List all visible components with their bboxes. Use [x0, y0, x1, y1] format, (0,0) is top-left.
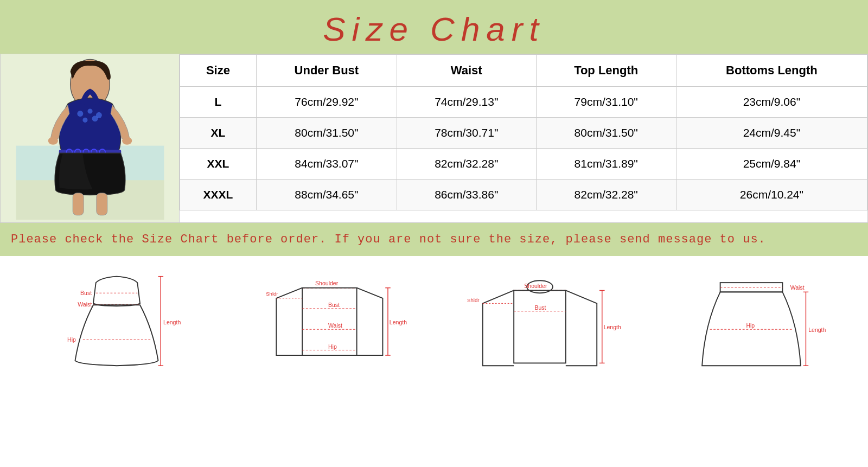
svg-text:Length: Length	[604, 324, 621, 330]
svg-text:Shoulder: Shoulder	[524, 283, 547, 289]
table-cell: 23cm/9.06"	[676, 87, 867, 118]
svg-text:Length: Length	[808, 327, 826, 333]
table-cell: 80cm/31.50"	[256, 118, 397, 149]
col-top-length: Top Length	[536, 55, 676, 87]
svg-text:Hip: Hip	[746, 322, 755, 329]
table-cell: XXXL	[180, 180, 257, 210]
svg-rect-46	[514, 290, 566, 363]
table-cell: 25cm/9.84"	[676, 149, 867, 180]
col-bottoms-length: Bottoms Length	[676, 55, 867, 87]
table-row: L76cm/29.92"74cm/29.13"79cm/31.10"23cm/9…	[180, 87, 867, 118]
size-chart-section: Size Under Bust Waist Top Length Bottoms…	[0, 54, 868, 223]
diagram-skirt: Waist Hip Length	[659, 272, 844, 392]
table-header-row: Size Under Bust Waist Top Length Bottoms…	[180, 55, 867, 87]
svg-text:Shoulder: Shoulder	[315, 280, 339, 286]
longsleeve-diagram-svg: Shoulder Shldr Bust Waist Hip Length	[247, 272, 410, 392]
svg-text:Waist: Waist	[78, 301, 92, 308]
svg-text:Hip: Hip	[328, 343, 337, 350]
svg-point-17	[122, 137, 132, 145]
svg-point-6	[82, 118, 87, 123]
svg-text:Bust: Bust	[534, 304, 546, 311]
swimsuit-illustration	[9, 57, 171, 220]
svg-rect-15	[96, 193, 107, 215]
svg-text:Shldr: Shldr	[467, 297, 480, 303]
col-under-bust: Under Bust	[256, 55, 397, 87]
skirt-diagram-svg: Waist Hip Length	[670, 272, 833, 392]
table-cell: 84cm/33.07"	[256, 149, 397, 180]
table-row: XXXL88cm/34.65"86cm/33.86"82cm/32.28"26c…	[180, 180, 867, 210]
svg-text:Waist: Waist	[328, 322, 342, 329]
svg-text:Length: Length	[390, 319, 407, 325]
size-table: Size Under Bust Waist Top Length Bottoms…	[180, 54, 867, 210]
svg-text:Bust: Bust	[80, 290, 92, 296]
svg-point-4	[87, 108, 92, 113]
svg-point-3	[77, 111, 83, 117]
svg-text:Hip: Hip	[67, 336, 76, 343]
table-cell: 74cm/29.13"	[397, 87, 536, 118]
table-cell: 80cm/31.50"	[536, 118, 676, 149]
table-cell: 86cm/33.86"	[397, 180, 536, 210]
svg-point-7	[92, 116, 98, 121]
svg-rect-14	[73, 193, 84, 215]
dress-diagram-svg: Bust Waist Hip Length	[35, 272, 198, 392]
page-title: Size Chart	[0, 10, 868, 48]
table-cell: XXL	[180, 149, 257, 180]
table-row: XXL84cm/33.07"82cm/32.28"81cm/31.89"25cm…	[180, 149, 867, 180]
table-row: XL80cm/31.50"78cm/30.71"80cm/31.50"24cm/…	[180, 118, 867, 149]
table-cell: 82cm/32.28"	[536, 180, 676, 210]
table-cell: 76cm/29.92"	[256, 87, 397, 118]
col-waist: Waist	[397, 55, 536, 87]
table-cell: 81cm/31.89"	[536, 149, 676, 180]
table-cell: 78cm/30.71"	[397, 118, 536, 149]
table-cell: 24cm/9.45"	[676, 118, 867, 149]
diagram-sweater: Shoulder Shldr Bust Length	[448, 272, 632, 392]
table-cell: L	[180, 87, 257, 118]
product-image	[1, 54, 180, 222]
footer-message: Please check the Size Chart before order…	[0, 223, 868, 256]
table-cell: 82cm/32.28"	[397, 149, 536, 180]
diagrams-section: Bust Waist Hip Length Shoulder	[0, 256, 868, 402]
table-cell: 88cm/34.65"	[256, 180, 397, 210]
svg-text:Shldr: Shldr	[266, 291, 278, 297]
table-cell: 26cm/10.24"	[676, 180, 867, 210]
table-cell: XL	[180, 118, 257, 149]
size-table-container: Size Under Bust Waist Top Length Bottoms…	[180, 54, 867, 222]
col-size: Size	[180, 55, 257, 87]
header-section: Size Chart	[0, 0, 868, 54]
sweater-diagram-svg: Shoulder Shldr Bust Length	[458, 272, 621, 392]
svg-text:Length: Length	[163, 319, 181, 325]
table-cell: 79cm/31.10"	[536, 87, 676, 118]
diagram-longsleeve: Shoulder Shldr Bust Waist Hip Length	[236, 272, 420, 392]
svg-text:Waist: Waist	[790, 284, 805, 291]
diagram-dress: Bust Waist Hip Length	[24, 272, 209, 392]
svg-text:Bust: Bust	[328, 302, 340, 308]
svg-point-16	[48, 137, 58, 145]
